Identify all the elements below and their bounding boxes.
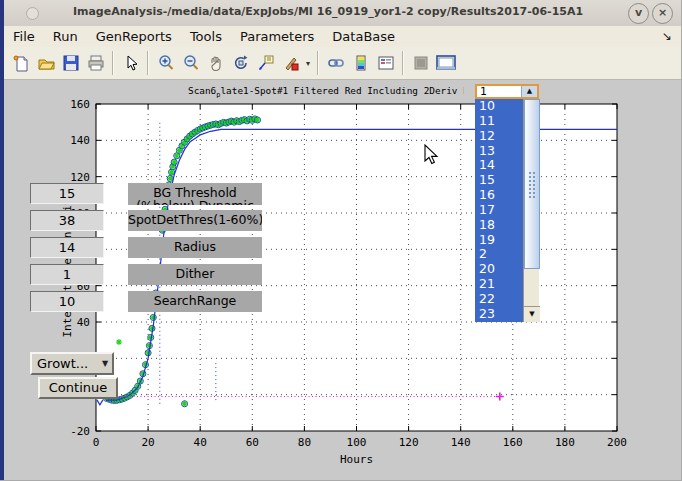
svg-text:60: 60 [246,436,259,449]
new-file-button[interactable] [8,50,33,76]
zoom-out-button[interactable] [178,50,203,76]
menu-item-database[interactable]: DataBase [323,27,404,47]
figure-canvas: 020406080100120140160180200-200204060801… [4,81,682,481]
svg-text:0: 0 [93,436,100,449]
save-button[interactable] [58,50,83,76]
dropdown-item-10[interactable]: 10 [475,99,523,114]
svg-text:100: 100 [347,436,367,449]
insert-colorbar-button[interactable] [348,50,373,76]
menu-item-parameters[interactable]: Parameters [231,27,323,47]
growth-popup-label: Growt... [32,356,98,371]
scroll-up-icon[interactable]: ▲ [521,86,537,97]
show-plot-tools-dock-button[interactable] [433,50,458,76]
svg-text:160: 160 [70,98,90,111]
legend-icon [377,54,395,72]
dropdown-item-20[interactable]: 20 [475,262,523,277]
bg-threshold-input[interactable]: 15 [30,183,104,204]
continue-button[interactable]: Continue [38,377,118,399]
zoom-in-button[interactable] [153,50,178,76]
popup-caret-icon: ▼ [98,359,112,368]
mouse-cursor [424,144,440,166]
searchrange-input[interactable]: 10 [30,291,104,312]
dropdown-item-22[interactable]: 22 [475,292,523,307]
colorbar-icon [352,54,370,72]
toolbar-separator [402,51,404,75]
toolbar-separator [317,51,319,75]
dropdown-item-21[interactable]: 21 [475,277,523,292]
chain-link-icon [327,54,345,72]
menu-item-file[interactable]: File [4,27,44,47]
menu-items: FileRunGenReportsToolsParametersDataBase [4,27,404,47]
arrow-pointer-icon [122,54,140,72]
dropdown-item-12[interactable]: 12 [475,129,523,144]
scrollbar-grip [528,171,537,199]
searchrange-label: SearchRange [128,291,262,312]
pointer-tool-button[interactable] [118,50,143,76]
minimize-button[interactable]: v [628,3,649,24]
hand-icon [207,54,225,72]
dropdown-item-14[interactable]: 14 [475,158,523,173]
dropdown-item-17[interactable]: 17 [475,203,523,218]
spot-number-combobox[interactable]: 1 ▲ [475,84,539,99]
rotate-icon [232,54,250,72]
svg-text:160: 160 [503,436,523,449]
svg-text:200: 200 [607,436,627,449]
menu-dock-arrow-icon: ↘ [662,29,672,43]
svg-text:80: 80 [298,436,311,449]
menu-item-genreports[interactable]: GenReports [87,27,181,47]
printer-icon [87,54,105,72]
dropdown-item-2[interactable]: 2 [475,247,523,262]
hide-plot-tools-button[interactable] [408,50,433,76]
growth-mode-popup[interactable]: Growt... ▼ [30,352,114,375]
print-button[interactable] [83,50,108,76]
dropdown-item-19[interactable]: 19 [475,233,523,248]
radius-input[interactable]: 14 [30,237,104,258]
dropdown-item-11[interactable]: 11 [475,114,523,129]
data-cursor-icon [257,54,275,72]
dropdown-item-16[interactable]: 16 [475,188,523,203]
svg-text:140: 140 [451,436,471,449]
pan-button[interactable] [203,50,228,76]
svg-text:140: 140 [70,134,90,147]
svg-text:40: 40 [77,316,90,329]
open-folder-icon [37,54,55,72]
brush-dropdown-caret[interactable]: ▾ [303,59,313,68]
data-cursor-button[interactable] [253,50,278,76]
brush-icon [282,54,300,72]
dropdown-item-13[interactable]: 13 [475,144,523,159]
menu-item-tools[interactable]: Tools [181,27,231,47]
window-menu-icon[interactable] [26,7,39,20]
brush-button[interactable] [278,50,303,76]
figure-toolbar: ▾ [4,47,682,80]
scroll-down-icon[interactable]: ▼ [524,306,540,322]
scrollbar-thumb[interactable] [524,99,540,269]
plot-tools-off-icon [412,54,430,72]
rotate-3d-button[interactable] [228,50,253,76]
link-plot-button[interactable] [323,50,348,76]
dither-input[interactable]: 1 [30,264,104,285]
bg-threshold-label: BG Threshold(%below) Dynamic [128,183,262,205]
svg-text:120: 120 [399,436,419,449]
save-floppy-icon [62,54,80,72]
dropdown-item-18[interactable]: 18 [475,218,523,233]
svg-text:-20: -20 [70,425,90,438]
spotdetthres-input[interactable]: 38 [30,210,104,231]
dropdown-item-15[interactable]: 15 [475,173,523,188]
menu-item-run[interactable]: Run [44,27,87,47]
dropdown-scrollbar[interactable]: ▼ [523,99,539,322]
dropdown-item-23[interactable]: 23 [475,307,523,322]
toolbar-separator [112,51,114,75]
plot-title: Scan6plate1-Spot#1 Filtered Red Includin… [188,85,464,98]
new-file-icon [12,54,30,72]
svg-text:Hours: Hours [340,453,373,466]
combobox-value: 1 [477,86,521,97]
close-button[interactable]: × [652,3,673,24]
window-left-border [0,0,4,481]
insert-legend-button[interactable] [373,50,398,76]
svg-text:40: 40 [194,436,207,449]
zoom-in-icon [157,54,175,72]
radius-label: Radius [128,237,262,258]
title-bar[interactable]: ImageAnalysis-/media/data/ExpJobs/MI 16_… [4,0,682,27]
svg-text:20: 20 [141,436,154,449]
open-file-button[interactable] [33,50,58,76]
